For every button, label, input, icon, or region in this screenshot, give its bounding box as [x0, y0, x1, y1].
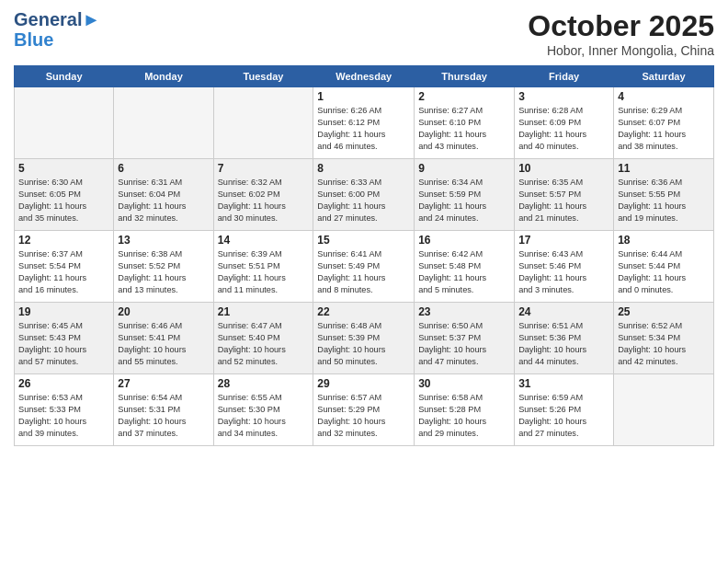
- day-number: 10: [518, 162, 609, 175]
- calendar-week-row: 12Sunrise: 6:37 AMSunset: 5:54 PMDayligh…: [15, 231, 714, 303]
- day-info: Sunrise: 6:51 AMSunset: 5:36 PMDaylight:…: [518, 320, 609, 368]
- month-title: October 2025: [528, 9, 714, 43]
- day-info: Sunrise: 6:32 AMSunset: 6:02 PMDaylight:…: [218, 177, 310, 224]
- day-number: 17: [518, 234, 609, 247]
- day-number: 16: [418, 234, 510, 247]
- header: General► Blue October 2025 Hobor, Inner …: [14, 9, 714, 58]
- day-info: Sunrise: 6:54 AMSunset: 5:31 PMDaylight:…: [118, 392, 209, 440]
- day-number: 29: [317, 377, 410, 390]
- calendar-cell: [114, 87, 213, 159]
- day-number: 3: [518, 90, 609, 103]
- day-info: Sunrise: 6:41 AMSunset: 5:49 PMDaylight:…: [317, 248, 410, 296]
- calendar-cell: 25Sunrise: 6:52 AMSunset: 5:34 PMDayligh…: [614, 303, 714, 374]
- calendar-table: SundayMondayTuesdayWednesdayThursdayFrid…: [14, 65, 714, 446]
- logo-text: General►: [14, 9, 100, 29]
- calendar-cell: 11Sunrise: 6:36 AMSunset: 5:55 PMDayligh…: [614, 159, 714, 231]
- calendar-week-row: 1Sunrise: 6:26 AMSunset: 6:12 PMDaylight…: [15, 87, 714, 159]
- day-info: Sunrise: 6:42 AMSunset: 5:48 PMDaylight:…: [418, 248, 510, 296]
- calendar-cell: 31Sunrise: 6:59 AMSunset: 5:26 PMDayligh…: [515, 374, 614, 446]
- calendar-cell: 28Sunrise: 6:55 AMSunset: 5:30 PMDayligh…: [213, 374, 313, 446]
- calendar-cell: 2Sunrise: 6:27 AMSunset: 6:10 PMDaylight…: [415, 87, 515, 159]
- day-info: Sunrise: 6:30 AMSunset: 6:05 PMDaylight:…: [18, 177, 109, 224]
- calendar-cell: 12Sunrise: 6:37 AMSunset: 5:54 PMDayligh…: [15, 231, 114, 303]
- day-number: 28: [218, 377, 310, 390]
- day-info: Sunrise: 6:48 AMSunset: 5:39 PMDaylight:…: [317, 320, 410, 368]
- calendar-cell: 4Sunrise: 6:29 AMSunset: 6:07 PMDaylight…: [614, 87, 714, 159]
- day-info: Sunrise: 6:58 AMSunset: 5:28 PMDaylight:…: [418, 392, 510, 440]
- day-info: Sunrise: 6:50 AMSunset: 5:37 PMDaylight:…: [418, 320, 510, 368]
- calendar-cell: 13Sunrise: 6:38 AMSunset: 5:52 PMDayligh…: [114, 231, 213, 303]
- weekday-header: Saturday: [614, 66, 714, 87]
- day-info: Sunrise: 6:59 AMSunset: 5:26 PMDaylight:…: [518, 392, 609, 440]
- day-info: Sunrise: 6:53 AMSunset: 5:33 PMDaylight:…: [18, 392, 109, 440]
- calendar-cell: 7Sunrise: 6:32 AMSunset: 6:02 PMDaylight…: [213, 159, 313, 231]
- calendar-cell: [614, 374, 714, 446]
- day-info: Sunrise: 6:52 AMSunset: 5:34 PMDaylight:…: [618, 320, 710, 368]
- calendar-cell: 9Sunrise: 6:34 AMSunset: 5:59 PMDaylight…: [415, 159, 515, 231]
- day-info: Sunrise: 6:45 AMSunset: 5:43 PMDaylight:…: [18, 320, 109, 368]
- calendar-cell: 24Sunrise: 6:51 AMSunset: 5:36 PMDayligh…: [515, 303, 614, 374]
- weekday-header: Monday: [114, 66, 213, 87]
- day-info: Sunrise: 6:35 AMSunset: 5:57 PMDaylight:…: [518, 177, 609, 224]
- day-info: Sunrise: 6:39 AMSunset: 5:51 PMDaylight:…: [218, 248, 310, 296]
- calendar-cell: 14Sunrise: 6:39 AMSunset: 5:51 PMDayligh…: [213, 231, 313, 303]
- day-info: Sunrise: 6:47 AMSunset: 5:40 PMDaylight:…: [218, 320, 310, 368]
- day-number: 25: [618, 305, 710, 318]
- day-info: Sunrise: 6:44 AMSunset: 5:44 PMDaylight:…: [618, 248, 710, 296]
- weekday-header: Friday: [515, 66, 614, 87]
- calendar-cell: 8Sunrise: 6:33 AMSunset: 6:00 PMDaylight…: [313, 159, 415, 231]
- day-number: 21: [218, 305, 310, 318]
- day-number: 1: [317, 90, 410, 103]
- calendar-cell: 3Sunrise: 6:28 AMSunset: 6:09 PMDaylight…: [515, 87, 614, 159]
- weekday-header-row: SundayMondayTuesdayWednesdayThursdayFrid…: [15, 66, 714, 87]
- calendar-cell: 19Sunrise: 6:45 AMSunset: 5:43 PMDayligh…: [15, 303, 114, 374]
- day-info: Sunrise: 6:34 AMSunset: 5:59 PMDaylight:…: [418, 177, 510, 224]
- day-number: 24: [518, 305, 609, 318]
- calendar-cell: 18Sunrise: 6:44 AMSunset: 5:44 PMDayligh…: [614, 231, 714, 303]
- title-block: October 2025 Hobor, Inner Mongolia, Chin…: [528, 9, 714, 58]
- calendar-week-row: 19Sunrise: 6:45 AMSunset: 5:43 PMDayligh…: [15, 303, 714, 374]
- logo-blue: Blue: [14, 29, 100, 50]
- calendar-cell: 30Sunrise: 6:58 AMSunset: 5:28 PMDayligh…: [415, 374, 515, 446]
- day-info: Sunrise: 6:55 AMSunset: 5:30 PMDaylight:…: [218, 392, 310, 440]
- calendar-cell: [15, 87, 114, 159]
- calendar-cell: 1Sunrise: 6:26 AMSunset: 6:12 PMDaylight…: [313, 87, 415, 159]
- day-info: Sunrise: 6:29 AMSunset: 6:07 PMDaylight:…: [618, 105, 710, 153]
- calendar-cell: 29Sunrise: 6:57 AMSunset: 5:29 PMDayligh…: [313, 374, 415, 446]
- day-number: 12: [18, 234, 109, 247]
- day-number: 2: [418, 90, 510, 103]
- calendar-cell: 23Sunrise: 6:50 AMSunset: 5:37 PMDayligh…: [415, 303, 515, 374]
- day-number: 26: [18, 377, 109, 390]
- day-number: 14: [218, 234, 310, 247]
- day-number: 9: [418, 162, 510, 175]
- calendar-cell: 21Sunrise: 6:47 AMSunset: 5:40 PMDayligh…: [213, 303, 313, 374]
- calendar-cell: 10Sunrise: 6:35 AMSunset: 5:57 PMDayligh…: [515, 159, 614, 231]
- calendar-cell: 5Sunrise: 6:30 AMSunset: 6:05 PMDaylight…: [15, 159, 114, 231]
- day-number: 8: [317, 162, 410, 175]
- day-info: Sunrise: 6:28 AMSunset: 6:09 PMDaylight:…: [518, 105, 609, 153]
- day-number: 5: [18, 162, 109, 175]
- day-info: Sunrise: 6:38 AMSunset: 5:52 PMDaylight:…: [118, 248, 209, 296]
- calendar-week-row: 5Sunrise: 6:30 AMSunset: 6:05 PMDaylight…: [15, 159, 714, 231]
- day-number: 23: [418, 305, 510, 318]
- day-info: Sunrise: 6:36 AMSunset: 5:55 PMDaylight:…: [618, 177, 710, 224]
- day-number: 13: [118, 234, 209, 247]
- day-number: 4: [618, 90, 710, 103]
- weekday-header: Wednesday: [313, 66, 415, 87]
- calendar-cell: 20Sunrise: 6:46 AMSunset: 5:41 PMDayligh…: [114, 303, 213, 374]
- day-info: Sunrise: 6:37 AMSunset: 5:54 PMDaylight:…: [18, 248, 109, 296]
- day-info: Sunrise: 6:26 AMSunset: 6:12 PMDaylight:…: [317, 105, 410, 153]
- weekday-header: Thursday: [415, 66, 515, 87]
- day-number: 20: [118, 305, 209, 318]
- page-container: General► Blue October 2025 Hobor, Inner …: [0, 0, 728, 451]
- calendar-cell: 26Sunrise: 6:53 AMSunset: 5:33 PMDayligh…: [15, 374, 114, 446]
- location: Hobor, Inner Mongolia, China: [528, 43, 714, 58]
- calendar-week-row: 26Sunrise: 6:53 AMSunset: 5:33 PMDayligh…: [15, 374, 714, 446]
- calendar-cell: 22Sunrise: 6:48 AMSunset: 5:39 PMDayligh…: [313, 303, 415, 374]
- day-info: Sunrise: 6:57 AMSunset: 5:29 PMDaylight:…: [317, 392, 410, 440]
- day-info: Sunrise: 6:33 AMSunset: 6:00 PMDaylight:…: [317, 177, 410, 224]
- calendar-cell: 27Sunrise: 6:54 AMSunset: 5:31 PMDayligh…: [114, 374, 213, 446]
- weekday-header: Sunday: [15, 66, 114, 87]
- day-number: 7: [218, 162, 310, 175]
- day-number: 19: [18, 305, 109, 318]
